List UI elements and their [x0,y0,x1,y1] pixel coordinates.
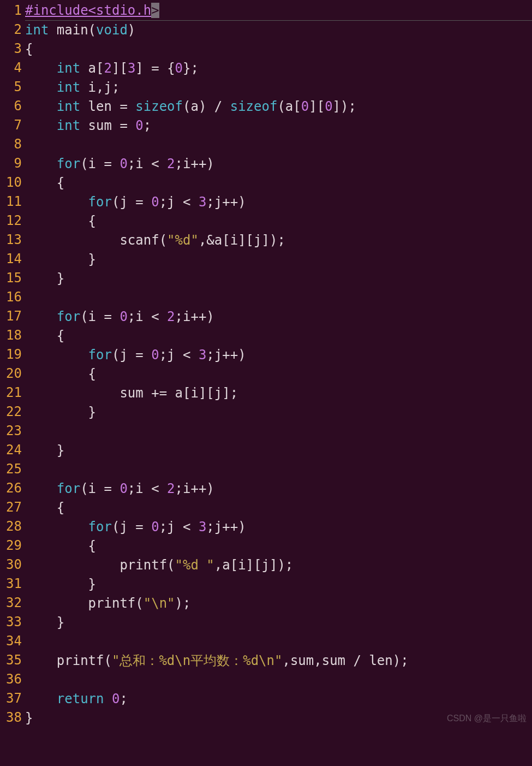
line-number: 9 [0,154,22,173]
line-number: 17 [0,307,22,326]
token-punc: ;j < [159,194,199,210]
code-line: int main(void) [25,21,532,40]
token-punc: { [25,366,96,382]
token-punc: { [25,175,64,191]
token-punc: printf( [25,557,175,573]
token-punc [25,80,57,95]
code-line: for(i = 0;i < 2;i++) [25,307,532,326]
token-punc [104,691,112,706]
token-str: "%d " [175,557,214,573]
token-num: 2 [104,61,112,76]
token-punc: a[ [80,61,104,76]
token-punc: (a[ [277,99,301,114]
line-number: 5 [0,78,22,97]
token-num: 2 [167,156,175,171]
line-number: 24 [0,441,22,460]
token-punc: ; [119,691,127,706]
line-number-gutter: 1234567891011121314151617181920212223242… [0,1,25,728]
token-num: 3 [128,61,135,76]
token-punc: sum += a[i][j]; [25,385,238,401]
line-number: 14 [0,250,22,269]
code-line: { [25,174,532,193]
token-punc: ) [128,22,135,38]
token-num: 2 [167,481,175,496]
token-punc: (j = [112,347,151,363]
token-kw: int [25,22,49,38]
token-num: 0 [301,99,309,114]
code-line: #include<stdio.h> [25,1,532,21]
code-line: int i,j; [25,78,532,97]
line-number: 18 [0,326,22,345]
token-num: 3 [199,194,206,210]
code-line: printf("\n"); [25,594,532,613]
line-number: 16 [0,288,22,307]
line-number: 28 [0,517,22,536]
line-number: 6 [0,97,22,116]
code-line: } [25,613,532,632]
token-punc: i,j; [80,80,119,95]
token-punc: ;j++) [206,519,246,535]
code-line: { [25,498,532,518]
code-line: { [25,537,532,556]
line-number: 8 [0,135,22,154]
token-punc: } [25,710,33,726]
code-line: printf("%d ",a[i][j]); [25,556,532,575]
token-kw: for [57,481,80,496]
line-number: 34 [0,632,22,651]
line-number: 26 [0,479,22,498]
code-line: } [25,269,532,288]
token-str: "%d" [167,233,199,248]
token-punc: (i = [80,481,119,496]
line-number: 21 [0,383,22,402]
line-number: 23 [0,421,22,441]
token-punc [25,481,57,496]
token-punc: ,sum,sum / len); [282,653,408,668]
line-number: 27 [0,498,22,517]
line-number: 25 [0,460,22,479]
token-kw: int [57,99,80,114]
line-number: 1 [0,1,22,20]
token-punc: ;j++) [206,347,246,363]
token-num: 0 [151,519,159,535]
token-punc [25,156,57,171]
token-num: 2 [167,309,175,324]
token-punc: sum = [80,118,135,133]
token-kw: int [57,118,80,133]
token-punc [25,99,57,114]
token-punc: (j = [112,194,151,210]
code-line [25,422,532,441]
code-area: #include<stdio.h>int main(void){ int a[2… [25,1,532,728]
code-editor: 1234567891011121314151617181920212223242… [0,0,532,728]
token-punc [25,347,88,363]
line-number: 4 [0,58,22,78]
token-num: 0 [175,61,183,76]
code-line: } [25,575,532,594]
line-number: 15 [0,269,22,288]
token-punc [25,61,57,76]
token-num: 0 [112,691,119,706]
watermark-text: CSDN @是一只鱼啦 [447,712,527,725]
line-number: 3 [0,39,22,58]
token-num: 0 [119,309,127,324]
token-punc: (i = [80,156,119,171]
line-number: 35 [0,651,22,670]
token-kw: sizeof [230,99,278,114]
token-punc: } [25,443,64,458]
token-punc: ] = { [135,61,175,76]
token-punc: printf( [25,653,112,668]
token-punc: ); [175,596,191,611]
token-punc: main( [49,22,96,38]
line-number: 29 [0,536,22,555]
line-number: 36 [0,670,22,689]
token-punc: ;i < [128,156,167,171]
token-punc: ][ [112,61,128,76]
code-line [25,670,532,690]
code-line: } [25,441,532,460]
token-punc: ; [144,118,151,133]
line-number: 2 [0,20,22,39]
token-kw: for [57,156,80,171]
token-punc [25,309,57,324]
token-num: 0 [151,347,159,363]
code-line [25,460,532,479]
code-line: for(j = 0;j < 3;j++) [25,518,532,537]
